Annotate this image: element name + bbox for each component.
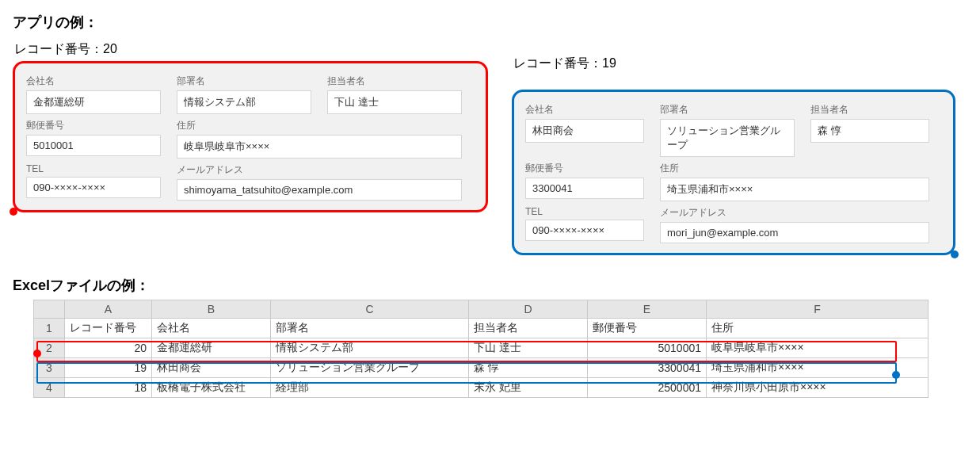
record20-number: 20 bbox=[103, 42, 117, 55]
excel-r2-postal: 5010001 bbox=[588, 338, 707, 358]
field-label-postal-2: 郵便番号 bbox=[525, 162, 644, 175]
heading-app-example: アプリの例： bbox=[13, 13, 967, 32]
heading-excel-example: Excelファイルの例： bbox=[13, 276, 967, 295]
excel-header-address: 住所 bbox=[707, 319, 929, 338]
excel-header-record-no: レコード番号 bbox=[65, 319, 152, 338]
field-label-department: 部署名 bbox=[177, 75, 311, 88]
record19-card: 会社名 林田商会 部署名 ソリューション営業グループ 担当者名 森 惇 郵便番号… bbox=[512, 90, 955, 255]
excel-r2-company: 金都運総研 bbox=[152, 338, 271, 358]
excel-r4-contact: 末永 妃里 bbox=[469, 378, 588, 398]
excel-col-E: E bbox=[588, 300, 707, 319]
excel-row-3: 3 19 林田商会 ソリューション営業グループ 森 惇 3300041 埼玉県浦… bbox=[34, 358, 929, 378]
excel-table: A B C D E F 1 レコード番号 会社名 部署名 担当者名 郵便番号 住… bbox=[33, 300, 929, 398]
excel-column-letters-row: A B C D E F bbox=[34, 300, 929, 319]
record19-postal: 3300041 bbox=[525, 178, 644, 199]
excel-r2-contact: 下山 達士 bbox=[469, 338, 588, 358]
excel-col-D: D bbox=[469, 300, 588, 319]
record19-number: 19 bbox=[602, 56, 616, 70]
excel-col-A: A bbox=[65, 300, 152, 319]
record20-title: レコード番号：20 bbox=[14, 41, 488, 58]
field-label-address-2: 住所 bbox=[660, 162, 929, 175]
connector-dot-blue-card bbox=[951, 250, 959, 258]
field-label-postal: 郵便番号 bbox=[26, 119, 161, 132]
excel-table-wrap: A B C D E F 1 レコード番号 会社名 部署名 担当者名 郵便番号 住… bbox=[13, 300, 929, 398]
record19-contact: 森 惇 bbox=[810, 119, 929, 143]
record19-block: レコード番号：19 会社名 林田商会 部署名 ソリューション営業グループ 担当者… bbox=[512, 38, 955, 255]
excel-r4-department: 経理部 bbox=[271, 378, 469, 398]
record-number-prefix: レコード番号： bbox=[14, 42, 103, 55]
record20-postal: 5010001 bbox=[26, 135, 161, 156]
cards-row: レコード番号：20 会社名 金都運総研 部署名 情報システム部 担当者名 下山 … bbox=[13, 38, 967, 255]
record19-tel: 090-××××-×××× bbox=[525, 220, 644, 241]
excel-header-postal: 郵便番号 bbox=[588, 319, 707, 338]
record-number-prefix-2: レコード番号： bbox=[513, 56, 602, 70]
excel-rownum-2: 2 bbox=[34, 338, 65, 358]
excel-r3-department: ソリューション営業グループ bbox=[271, 358, 469, 378]
record20-department: 情報システム部 bbox=[177, 90, 311, 114]
record19-company: 林田商会 bbox=[525, 119, 644, 143]
field-label-company: 会社名 bbox=[26, 75, 161, 88]
connector-dot-red-card bbox=[10, 208, 17, 216]
excel-r4-address: 神奈川県小田原市×××× bbox=[707, 378, 929, 398]
excel-r3-address: 埼玉県浦和市×××× bbox=[707, 358, 929, 378]
excel-r4-company: 板橋電子株式会社 bbox=[152, 378, 271, 398]
record20-block: レコード番号：20 会社名 金都運総研 部署名 情報システム部 担当者名 下山 … bbox=[13, 38, 488, 212]
field-label-company-2: 会社名 bbox=[525, 103, 644, 117]
excel-r2-department: 情報システム部 bbox=[271, 338, 469, 358]
record19-title: レコード番号：19 bbox=[513, 55, 955, 72]
record20-mail: shimoyama_tatsuhito@example.com bbox=[177, 179, 462, 201]
record20-contact: 下山 達士 bbox=[327, 90, 462, 114]
field-label-mail: メールアドレス bbox=[177, 163, 462, 177]
excel-col-F: F bbox=[707, 300, 929, 319]
field-label-tel: TEL bbox=[26, 163, 161, 174]
excel-rownum-3: 3 bbox=[34, 358, 65, 378]
record20-tel: 090-××××-×××× bbox=[26, 177, 161, 198]
record20-card: 会社名 金都運総研 部署名 情報システム部 担当者名 下山 達士 郵便番号 50… bbox=[13, 61, 488, 212]
record19-address: 埼玉県浦和市×××× bbox=[660, 178, 929, 201]
field-label-contact: 担当者名 bbox=[327, 75, 462, 88]
excel-r2-address: 岐阜県岐阜市×××× bbox=[707, 338, 929, 358]
field-label-contact-2: 担当者名 bbox=[810, 103, 929, 117]
excel-r2-recordno: 20 bbox=[65, 338, 152, 358]
excel-row-4: 4 18 板橋電子株式会社 経理部 末永 妃里 2500001 神奈川県小田原市… bbox=[34, 378, 929, 398]
record20-company: 金都運総研 bbox=[26, 90, 161, 114]
field-label-department-2: 部署名 bbox=[660, 103, 795, 117]
record20-address: 岐阜県岐阜市×××× bbox=[177, 135, 462, 159]
excel-r3-company: 林田商会 bbox=[152, 358, 271, 378]
excel-r3-contact: 森 惇 bbox=[469, 358, 588, 378]
field-label-mail-2: メールアドレス bbox=[660, 206, 929, 220]
record19-mail: mori_jun@example.com bbox=[660, 222, 929, 243]
excel-rownum-1: 1 bbox=[34, 319, 65, 338]
excel-header-contact: 担当者名 bbox=[469, 319, 588, 338]
excel-header-department: 部署名 bbox=[271, 319, 469, 338]
record19-department: ソリューション営業グループ bbox=[660, 119, 795, 157]
field-label-address: 住所 bbox=[177, 119, 462, 132]
excel-r3-recordno: 19 bbox=[65, 358, 152, 378]
excel-col-B: B bbox=[152, 300, 271, 319]
excel-r3-postal: 3300041 bbox=[588, 358, 707, 378]
field-label-tel-2: TEL bbox=[525, 206, 644, 217]
excel-header-row: 1 レコード番号 会社名 部署名 担当者名 郵便番号 住所 bbox=[34, 319, 929, 338]
excel-header-company: 会社名 bbox=[152, 319, 271, 338]
excel-r4-postal: 2500001 bbox=[588, 378, 707, 398]
excel-col-C: C bbox=[271, 300, 469, 319]
excel-row-2: 2 20 金都運総研 情報システム部 下山 達士 5010001 岐阜県岐阜市×… bbox=[34, 338, 929, 358]
excel-corner bbox=[34, 300, 65, 319]
excel-rownum-4: 4 bbox=[34, 378, 65, 398]
excel-r4-recordno: 18 bbox=[65, 378, 152, 398]
